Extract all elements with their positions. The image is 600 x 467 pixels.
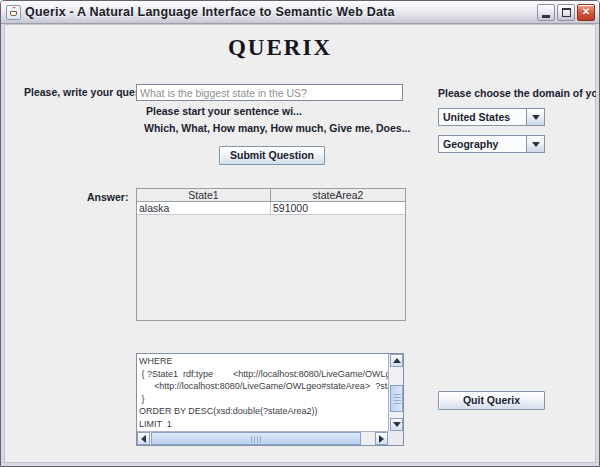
table-cell-state1[interactable]: alaska	[137, 202, 271, 215]
query-line: LIMIT 1	[139, 418, 388, 431]
query-line: { ?State1 rdf:type <http://localhost:808…	[139, 368, 388, 381]
query-scrollpane: WHERE { ?State1 rdf:type <http://localho…	[136, 353, 404, 446]
window-title: Querix - A Natural Language Interface to…	[25, 5, 535, 19]
table-header-state1[interactable]: State1	[137, 189, 271, 202]
minimize-icon	[542, 15, 550, 18]
vertical-scrollbar-thumb[interactable]	[390, 385, 403, 412]
scroll-right-button[interactable]	[375, 432, 388, 445]
app-window: Querix - A Natural Language Interface to…	[0, 0, 600, 467]
maximize-button[interactable]	[557, 4, 575, 21]
page-title: QUERIX	[1, 35, 559, 61]
domain-combobox-topic[interactable]: Geography	[438, 135, 545, 153]
minimize-button[interactable]	[537, 4, 555, 21]
query-line: WHERE	[139, 355, 388, 368]
horizontal-scrollbar[interactable]	[137, 431, 388, 445]
query-line: <http://localhost:8080/LiveGame/OWLgeo#s…	[139, 380, 388, 393]
close-button[interactable]: ✕	[577, 4, 595, 21]
title-bar: Querix - A Natural Language Interface to…	[1, 1, 599, 24]
query-line: ORDER BY DESC(xsd:double(?stateArea2))	[139, 405, 388, 418]
scroll-up-button[interactable]	[390, 354, 403, 367]
arrow-up-icon	[393, 358, 401, 363]
scroll-down-button[interactable]	[390, 418, 403, 431]
domain-combobox-country-value: United States	[439, 109, 526, 125]
coffee-steam-icon	[12, 7, 16, 10]
arrow-left-icon	[141, 435, 146, 443]
scroll-left-button[interactable]	[137, 432, 150, 445]
coffee-cup-icon	[10, 11, 17, 16]
chevron-down-icon	[532, 115, 540, 120]
answer-label: Answer:	[87, 191, 128, 203]
window-controls: ✕	[535, 4, 595, 21]
quit-querix-button[interactable]: Quit Querix	[438, 391, 545, 410]
arrow-down-icon	[393, 422, 401, 427]
horizontal-scrollbar-thumb[interactable]	[151, 432, 361, 445]
question-input[interactable]	[136, 84, 403, 101]
scrollbar-corner	[388, 431, 403, 445]
vertical-scrollbar[interactable]	[388, 354, 403, 431]
table-header-row: State1 stateArea2	[137, 189, 405, 202]
answer-table: State1 stateArea2 alaska 591000	[136, 188, 406, 321]
table-row[interactable]: alaska 591000	[137, 202, 405, 215]
domain-combobox-country-arrow-button[interactable]	[526, 109, 544, 125]
domain-combobox-country[interactable]: United States	[438, 108, 545, 126]
submit-question-button[interactable]: Submit Question	[219, 146, 325, 165]
sentence-hint-label: Please start your sentence wi...	[146, 105, 302, 117]
chevron-down-icon	[532, 142, 540, 147]
domain-combobox-topic-value: Geography	[439, 136, 526, 152]
scrollbar-grip-icon	[394, 394, 401, 404]
query-line: }	[139, 393, 388, 406]
domain-combobox-topic-arrow-button[interactable]	[526, 136, 544, 152]
app-icon[interactable]	[6, 5, 21, 20]
arrow-right-icon	[379, 435, 384, 443]
table-header-statearea2[interactable]: stateArea2	[271, 189, 405, 202]
query-textarea[interactable]: WHERE { ?State1 rdf:type <http://localho…	[137, 354, 388, 431]
sentence-starters-label: Which, What, How many, How much, Give me…	[144, 122, 410, 134]
close-icon: ✕	[582, 7, 590, 17]
scrollbar-grip-icon	[251, 436, 261, 443]
table-cell-statearea2[interactable]: 591000	[271, 202, 405, 215]
maximize-icon	[562, 8, 571, 17]
domain-label: Please choose the domain of your Questio…	[438, 87, 596, 99]
